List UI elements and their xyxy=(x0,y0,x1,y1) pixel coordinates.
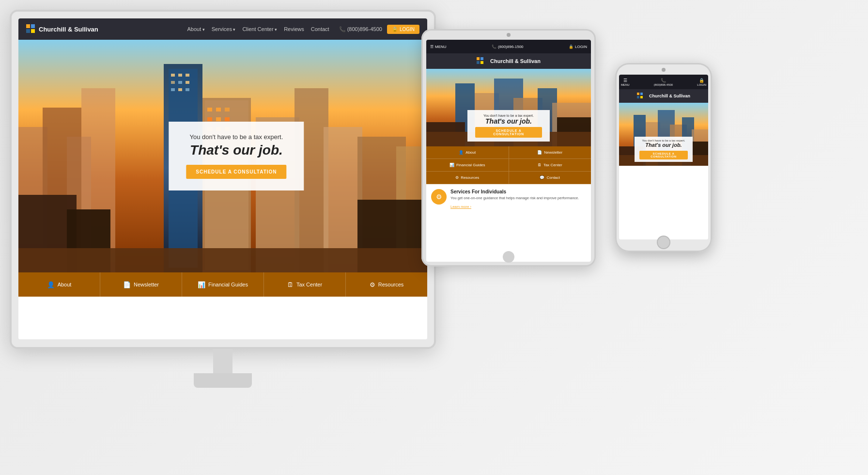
bottom-nav-about[interactable]: 👤 About xyxy=(18,272,100,297)
nav-services[interactable]: Services xyxy=(212,26,236,32)
bottom-nav-newsletter[interactable]: 📄 Newsletter xyxy=(100,272,182,297)
tablet-hero: You don't have to be a tax expert. That'… xyxy=(426,69,591,146)
tablet-service-title: Services For Individuals xyxy=(450,189,579,194)
phone-device: ☰ MENU 📞 (800)896-4500 🔒 LOGIN xyxy=(615,63,712,252)
tablet-grid-row-3: ⚙ Resources 💬 Contact xyxy=(426,172,591,184)
nav-client-center[interactable]: Client Center xyxy=(242,26,277,32)
tablet-hero-text-box: You don't have to be a tax expert. That'… xyxy=(467,110,550,142)
tablet-newsletter-icon: 📄 xyxy=(537,150,542,155)
tablet-service-section: ⚙ Services For Individuals You get one-o… xyxy=(426,184,591,215)
tablet-menu[interactable]: ☰ MENU xyxy=(430,45,447,49)
phone-home-button[interactable] xyxy=(657,236,670,249)
tablet-grid-row-2: 📊 Financial Guides 🗓 Tax Center xyxy=(426,159,591,172)
phone-logo-icon xyxy=(637,93,643,99)
desktop-brand-name: Churchill & Sullivan xyxy=(39,26,98,33)
login-button[interactable]: 🔒 LOGIN xyxy=(387,25,419,34)
nav-reviews[interactable]: Reviews xyxy=(284,26,304,32)
tablet-home-button[interactable] xyxy=(503,251,514,263)
bottom-nav-tax-center[interactable]: 🗓 Tax Center xyxy=(264,272,346,297)
tablet-nav-newsletter[interactable]: 📄 Newsletter xyxy=(509,146,591,158)
tablet-top-bar: ☰ MENU 📞 (800)896-1500 🔒 LOGIN xyxy=(426,40,591,53)
desktop-phone: 📞 (800)896-4500 xyxy=(339,26,382,32)
phone-icon: 📞 xyxy=(339,26,346,32)
monitor-screen: Churchill & Sullivan About Services Clie… xyxy=(18,18,427,339)
logo-icon xyxy=(26,24,35,34)
svg-rect-21 xyxy=(207,117,212,121)
tablet-service-content: Services For Individuals You get one-on-… xyxy=(450,189,579,210)
tablet-contact-icon: 💬 xyxy=(540,175,544,180)
tablet-hero-subtitle: You don't have to be a tax expert. xyxy=(475,114,542,117)
svg-rect-10 xyxy=(171,81,175,84)
newsletter-icon: 📄 xyxy=(123,281,131,288)
tablet-device: ☰ MENU 📞 (800)896-1500 🔒 LOGIN xyxy=(421,29,596,267)
svg-rect-15 xyxy=(186,88,189,91)
phone-login[interactable]: 🔒 LOGIN xyxy=(697,78,706,86)
resources-icon: ⚙ xyxy=(370,281,375,288)
tablet-service-icon: ⚙ xyxy=(431,189,447,205)
phone-hero: You don't have to be a tax expert. That'… xyxy=(619,103,708,166)
desktop-nav: About Services Client Center Reviews Con… xyxy=(187,26,329,32)
tablet-about-icon: 👤 xyxy=(459,150,464,155)
tablet-nav-tax-center[interactable]: 🗓 Tax Center xyxy=(509,159,591,171)
phone-phone-icon: 📞 xyxy=(661,78,666,83)
tablet-screen: ☰ MENU 📞 (800)896-1500 🔒 LOGIN xyxy=(426,40,591,262)
desktop-header: Churchill & Sullivan About Services Clie… xyxy=(18,18,427,40)
phone-below-content xyxy=(619,166,708,239)
svg-rect-14 xyxy=(178,88,182,91)
tablet-tax-icon: 🗓 xyxy=(538,163,542,167)
desktop-hero-text-box: You don't have to be a tax expert. That'… xyxy=(169,122,304,190)
tablet-nav-contact[interactable]: 💬 Contact xyxy=(509,172,591,184)
svg-rect-19 xyxy=(216,108,221,111)
svg-rect-35 xyxy=(18,248,427,272)
phone-brand-name: Churchill & Sullivan xyxy=(649,94,690,98)
svg-rect-8 xyxy=(178,74,182,77)
menu-icon: ☰ xyxy=(430,45,434,49)
phone-hero-cta-button[interactable]: SCHEDULE A CONSULTATION xyxy=(639,151,688,159)
phone-menu[interactable]: ☰ MENU xyxy=(621,78,630,86)
tablet-brand-bar: Churchill & Sullivan xyxy=(426,53,591,69)
tablet-login[interactable]: 🔒 LOGIN xyxy=(569,45,587,49)
tablet-nav-financial-guides[interactable]: 📊 Financial Guides xyxy=(426,159,509,171)
tablet-logo-icon xyxy=(477,57,483,65)
svg-rect-11 xyxy=(178,81,182,84)
tablet-service-desc: You get one-on-one guidance that helps m… xyxy=(450,196,579,201)
nav-about[interactable]: About xyxy=(187,26,204,32)
phone-lock-icon: 🔒 xyxy=(699,78,704,83)
desktop-bottom-nav: 👤 About 📄 Newsletter 📊 Financial Guides … xyxy=(18,272,427,297)
phone-top-bar: ☰ MENU 📞 (800)896-4500 🔒 LOGIN xyxy=(619,75,708,89)
tablet-financial-icon: 📊 xyxy=(450,163,454,167)
tax-center-icon: 🗓 xyxy=(287,281,294,288)
financial-guides-icon: 📊 xyxy=(198,281,205,288)
hero-subtitle: You don't have to be a tax expert. xyxy=(186,133,286,141)
hero-cta-button[interactable]: SCHEDULE A CONSULTATION xyxy=(186,165,286,179)
hero-title: That's our job. xyxy=(186,142,286,158)
scene: Churchill & Sullivan About Services Clie… xyxy=(0,0,868,475)
phone-camera xyxy=(662,68,666,72)
about-icon: 👤 xyxy=(47,281,55,288)
svg-rect-20 xyxy=(225,108,230,111)
tablet-nav-about[interactable]: 👤 About xyxy=(426,146,509,158)
tablet-phone[interactable]: 📞 (800)896-1500 xyxy=(492,45,523,49)
tablet-service-link[interactable]: Learn more › xyxy=(450,205,471,209)
tablet-brand-name: Churchill & Sullivan xyxy=(490,58,541,64)
phone-menu-icon: ☰ xyxy=(623,78,627,83)
phone-phone-item[interactable]: 📞 (800)896-4500 xyxy=(654,78,673,86)
bottom-nav-resources[interactable]: ⚙ Resources xyxy=(346,272,427,297)
phone-brand-bar: Churchill & Sullivan xyxy=(619,89,708,103)
svg-rect-18 xyxy=(207,108,212,111)
monitor-frame: Churchill & Sullivan About Services Clie… xyxy=(10,10,436,349)
tablet-hero-title: That's our job. xyxy=(475,117,542,125)
tablet-hero-cta-button[interactable]: SCHEDULE A CONSULTATION xyxy=(475,127,542,138)
tablet-nav-resources[interactable]: ⚙ Resources xyxy=(426,172,509,184)
tablet-camera xyxy=(507,33,511,37)
tablet-frame: ☰ MENU 📞 (800)896-1500 🔒 LOGIN xyxy=(421,29,596,267)
svg-rect-22 xyxy=(216,117,221,121)
desktop-hero: You don't have to be a tax expert. That'… xyxy=(18,40,427,272)
desktop-below-content xyxy=(18,297,427,339)
svg-rect-12 xyxy=(186,81,189,84)
phone-frame: ☰ MENU 📞 (800)896-4500 🔒 LOGIN xyxy=(615,63,712,252)
tablet-phone-icon: 📞 xyxy=(492,45,496,49)
bottom-nav-financial-guides[interactable]: 📊 Financial Guides xyxy=(182,272,264,297)
nav-contact[interactable]: Contact xyxy=(311,26,329,32)
monitor-stand-base xyxy=(194,373,252,388)
